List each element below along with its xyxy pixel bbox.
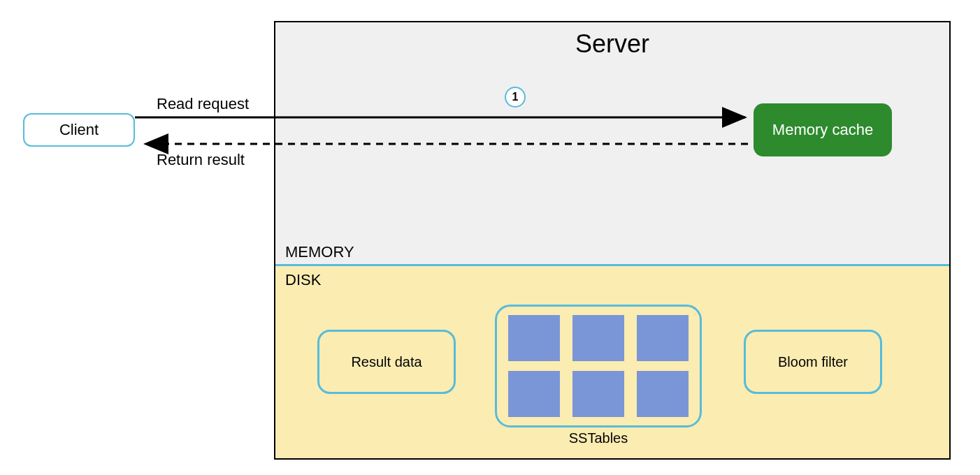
- read-request-label: Read request: [157, 95, 249, 113]
- step-1-circle: 1: [505, 87, 526, 108]
- sstable-cell: [508, 371, 560, 417]
- sstable-cell: [637, 371, 689, 417]
- disk-section-label: DISK: [285, 271, 321, 289]
- memory-cache-label: Memory cache: [772, 121, 873, 139]
- return-result-label: Return result: [157, 151, 245, 169]
- sstable-cell: [572, 371, 624, 417]
- server-title: Server: [275, 29, 949, 59]
- diagram-canvas: Server MEMORY DISK Memory cache Client R…: [0, 0, 980, 475]
- result-data-label: Result data: [351, 354, 421, 370]
- bloom-filter-box: Bloom filter: [744, 330, 882, 394]
- sstable-cell: [637, 315, 689, 361]
- sstables-label: SSTables: [495, 430, 702, 446]
- client-label: Client: [59, 121, 99, 139]
- sstables-box: [495, 305, 702, 428]
- bloom-filter-label: Bloom filter: [778, 354, 848, 370]
- memory-cache-box: Memory cache: [754, 103, 892, 156]
- sstable-cell: [572, 315, 624, 361]
- sstable-cell: [508, 315, 560, 361]
- client-box: Client: [23, 113, 135, 147]
- step-1-label: 1: [512, 91, 519, 103]
- memory-section-label: MEMORY: [285, 243, 354, 261]
- result-data-box: Result data: [317, 330, 456, 394]
